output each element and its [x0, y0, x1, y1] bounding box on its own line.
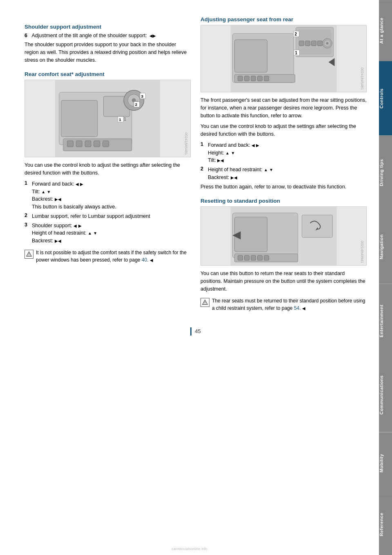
r-headrest-up-icon — [264, 167, 268, 172]
list-item-1: 1 Forward and back: Tilt: Backrest: ▶◀ T… — [24, 180, 191, 211]
item1-num: 1 — [24, 180, 32, 211]
press-again-text: Press the button again, refer to arrow, … — [200, 183, 367, 191]
sidebar-tab-navigation[interactable]: Navigation — [379, 210, 392, 284]
svg-rect-45 — [251, 76, 256, 81]
right-list-item-1: 1 Forward and back: Height: Tilt: ▶◀ — [200, 141, 367, 164]
item2-num: 2 — [24, 213, 32, 220]
r-fwd-left-icon — [252, 142, 255, 148]
svg-rect-46 — [258, 76, 263, 81]
svg-rect-32 — [312, 41, 316, 46]
r-fwd-right-icon — [256, 142, 259, 148]
note-icon-left — [24, 250, 33, 259]
note-end-arrow: ◀ — [150, 258, 153, 262]
svg-point-62 — [205, 303, 205, 304]
passenger-seat-desc1: The front passenger's seat can be adjust… — [200, 96, 367, 119]
fwd-back-right-icon — [80, 181, 83, 187]
right-item1-num: 1 — [200, 141, 208, 164]
note-link-left[interactable]: 40 — [142, 257, 147, 263]
list-item-3: 3 Shoulder support: Height of head restr… — [24, 222, 191, 245]
arrow-right-icon — [153, 34, 156, 38]
svg-rect-58 — [258, 255, 263, 260]
shoulder-support-heading: Shoulder support adjustment — [24, 24, 191, 30]
svg-rect-19 — [85, 141, 91, 147]
svg-rect-27 — [235, 40, 267, 72]
image-watermark-left: 00241845481 — [184, 132, 188, 155]
page-number-bar — [190, 327, 192, 336]
svg-rect-2 — [61, 101, 98, 137]
sidebar-tab-entertainment[interactable]: Entertainment — [379, 284, 392, 358]
sidebar-tab-driving-tips[interactable]: Driving tips — [379, 136, 392, 210]
section-resetting: Resetting to standard position — [200, 198, 367, 311]
rear-comfort-seat-image: 1 2 3 1 2 3 — [24, 80, 191, 157]
svg-rect-30 — [299, 41, 304, 46]
svg-rect-31 — [305, 41, 310, 46]
r-height-down-icon — [231, 150, 235, 156]
svg-rect-47 — [264, 76, 269, 81]
svg-rect-18 — [76, 141, 82, 147]
watermark: carmanualsonline.info — [172, 547, 207, 551]
item6-arrows — [148, 34, 156, 38]
reset-image: 00214849941 — [200, 206, 367, 266]
passenger-seat-desc2: You can use the control knob to adjust t… — [200, 123, 367, 138]
svg-text:1: 1 — [295, 51, 298, 55]
svg-rect-43 — [238, 76, 243, 81]
backrest2-icon: ▶◀ — [55, 239, 61, 243]
svg-rect-59 — [264, 255, 269, 260]
section-shoulder-support: Shoulder support adjustment 6 Adjustment… — [24, 24, 191, 64]
tilt-up-icon — [41, 189, 45, 195]
item3-num: 3 — [24, 222, 32, 245]
svg-rect-20 — [94, 141, 100, 147]
svg-text:3: 3 — [141, 94, 144, 98]
svg-rect-33 — [318, 41, 323, 46]
passenger-seat-svg: 2 1 — [201, 25, 366, 92]
headrest-down-icon — [93, 230, 97, 236]
section-rear-comfort-seat: Rear comfort seat* adjustment 1 2 — [24, 71, 191, 264]
item1-content: Forward and back: Tilt: Backrest: ▶◀ Thi… — [32, 180, 116, 211]
item2-content: Lumbar support, refer to Lumbar support … — [32, 213, 150, 220]
arrow-left-icon — [149, 34, 153, 38]
info-triangle-icon — [26, 251, 32, 257]
note-text-right: The rear seats must be returned to their… — [212, 297, 367, 312]
svg-text:1: 1 — [119, 117, 121, 122]
note-box-left: It is not possible to adjust the comfort… — [24, 249, 191, 264]
sidebar-tab-controls[interactable]: Controls — [379, 61, 392, 136]
svg-rect-56 — [245, 255, 249, 260]
right-item1-content: Forward and back: Height: Tilt: ▶◀ — [208, 141, 259, 164]
note-text-left: It is not possible to adjust the comfort… — [36, 249, 191, 264]
right-item2-num: 2 — [200, 166, 208, 181]
right-sidebar: At a glance Controls Driving tips Naviga… — [379, 0, 392, 555]
tilt-down-icon — [47, 189, 51, 195]
right-list-item-2: 2 Height of head restraint: Backrest: ▶◀ — [200, 166, 367, 181]
image-watermark-right2: 00214849941 — [360, 241, 364, 263]
shoulder-support-description: The shoulder support provides support to… — [24, 41, 191, 64]
item6-number: 6 — [24, 33, 30, 38]
sidebar-tab-communications[interactable]: Communications — [379, 358, 392, 432]
left-column: Shoulder support adjustment 6 Adjustment… — [24, 16, 191, 315]
info-triangle-right-icon — [202, 299, 208, 306]
rear-comfort-seat-intro: You can use the control knob to adjust t… — [24, 161, 191, 177]
page-number: 45 — [195, 328, 200, 334]
r-tilt-icon: ▶◀ — [217, 158, 224, 163]
image-watermark-right1: 00241845481 — [360, 67, 364, 90]
note-box-right: The rear seats must be returned to their… — [200, 297, 367, 312]
svg-text:1: 1 — [124, 116, 126, 121]
note-end-arrow-right: ◀ — [302, 306, 305, 311]
passenger-seat-heading: Adjusting passenger seat from rear — [200, 16, 367, 22]
list-item-2: 2 Lumbar support, refer to Lumbar suppor… — [24, 213, 191, 220]
note-link-right[interactable]: 54 — [294, 305, 299, 311]
svg-rect-52 — [302, 215, 333, 237]
sidebar-tab-reference[interactable]: Reference — [379, 494, 392, 555]
item3-content: Shoulder support: Height of head restrai… — [32, 222, 97, 245]
sidebar-tab-mobility[interactable]: Mobility — [379, 432, 392, 494]
resetting-description: You can use this button to return the re… — [200, 270, 367, 293]
item1-note: This button is basically always active. — [32, 204, 116, 210]
note-icon-right — [200, 298, 209, 307]
svg-point-24 — [29, 255, 29, 256]
backrest-icon: ▶◀ — [55, 197, 61, 201]
reset-diagram-svg — [201, 207, 366, 266]
sidebar-tab-at-a-glance[interactable]: At a glance — [379, 0, 392, 61]
svg-text:2: 2 — [295, 32, 297, 36]
page-number-row: 45 — [24, 327, 367, 340]
svg-rect-55 — [238, 255, 243, 260]
shoulder-right-icon — [78, 223, 82, 228]
